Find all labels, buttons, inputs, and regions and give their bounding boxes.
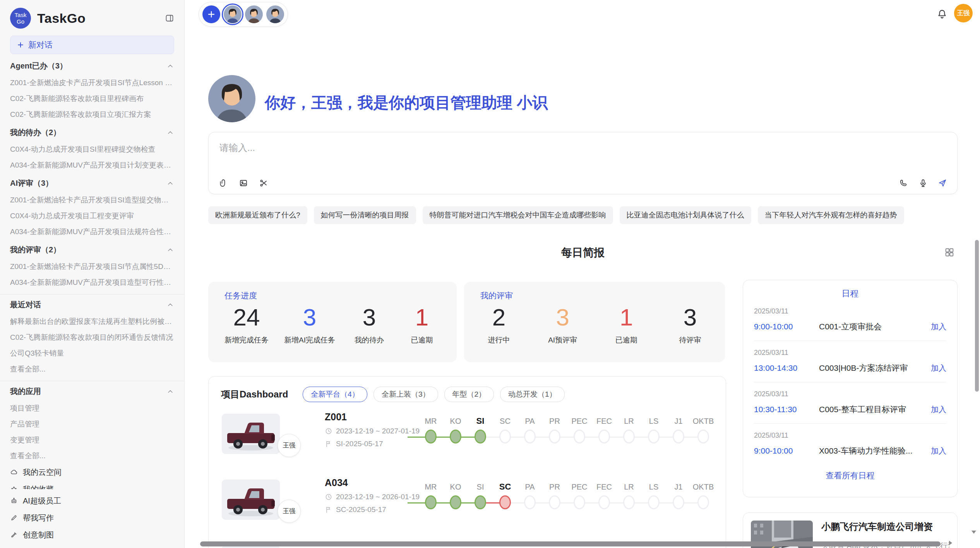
schedule-time: 10:30-11:30 [754,405,819,414]
image-icon[interactable] [239,178,248,188]
app-menu-item[interactable]: 变更管理 [10,432,174,448]
milestone-dot-mr[interactable] [425,430,437,444]
join-meeting-link[interactable]: 加入 [931,404,946,415]
join-meeting-link[interactable]: 加入 [931,322,946,332]
sidebar-section-header[interactable]: 我的评审（2） [10,241,174,259]
sidebar-item[interactable]: A034-全新新能源MUV产品开发项目法规符合性评审 [10,224,174,240]
new-chat-button[interactable]: 新对话 [10,36,174,54]
app-menu-item[interactable]: 查看全部... [10,448,174,464]
milestone-dot-oktb[interactable] [697,495,709,509]
milestone-dot-lr[interactable] [623,495,635,509]
sidebar-item[interactable]: C02-飞腾新能源轻客改款项目立项汇报方案 [10,106,174,122]
dashboard-tab[interactable]: 动总开发（1） [500,387,565,402]
sidebar-item[interactable]: Z001-全新燃油轻卡产品开发项目SI节点属性5D文件评审 [10,259,174,274]
join-meeting-link[interactable]: 加入 [931,363,946,373]
suggestion-chip[interactable]: 当下年轻人对汽车外观有怎样的喜好趋势 [758,206,904,224]
horizontal-scrollbar[interactable] [200,541,941,546]
phone-icon[interactable] [899,178,908,188]
milestone-dot-j1[interactable] [673,495,684,509]
vertical-scrollbar[interactable] [975,240,979,392]
recent-chat-item[interactable]: C02-飞腾新能源轻客改款项目的闭环通告反馈情况 [10,329,174,345]
sidebar-item[interactable]: Z001-全新燃油皮卡产品开发项目SI节点Lesson Learn报告 [10,75,174,91]
milestone-dot-si[interactable] [475,495,486,509]
milestone-dot-si[interactable] [475,430,486,444]
paperclip-icon[interactable] [219,178,228,188]
stat: 1已逾期 [608,302,645,345]
app-menu-item[interactable]: 产品管理 [10,416,174,432]
add-session-button[interactable] [202,5,220,23]
schedule-date: 2025/03/11 [754,432,946,440]
milestone-dot-fec[interactable] [598,430,610,444]
scroll-down-arrow-icon[interactable] [969,527,978,536]
grid-layout-icon[interactable] [944,247,955,258]
sidebar-footer-item[interactable]: 帮我写作 [10,509,174,526]
sidebar-item[interactable]: A034-全新新能源MUV产品开发项目造型可行性评审 [10,274,174,290]
session-avatar[interactable] [245,5,263,23]
recent-chat-item[interactable]: 查看全部... [10,361,174,377]
milestone-dot-ls[interactable] [648,430,660,444]
milestone-dot-j1[interactable] [673,430,684,444]
schedule-date: 2025/03/11 [754,307,946,315]
scroll-right-arrow-icon[interactable] [946,538,955,548]
suggestion-chip[interactable]: 如何写一份清晰的项目周报 [314,206,416,224]
suggestion-chip[interactable]: 特朗普可能对进口汽车增税会对中国车企造成哪些影响 [423,206,613,224]
sidebar-link-cloud[interactable]: 我的云空间 [10,464,174,481]
send-icon[interactable] [938,178,947,188]
join-meeting-link[interactable]: 加入 [931,446,946,456]
project-flag: SI-2025-05-17 [325,440,420,448]
milestone-dot-pec[interactable] [574,495,585,509]
project-code[interactable]: Z001 [325,411,420,423]
recent-chat-item[interactable]: 解释最新出台的欧盟报废车法规再生塑料比例被调至15%... [10,313,174,329]
milestone-dot-fec[interactable] [598,495,610,509]
collapse-sidebar-icon[interactable] [165,14,174,23]
sidebar-item[interactable]: C0X4-动力总成开发项目SI里程碑提交物检查 [10,141,174,157]
notification-bell-icon[interactable] [937,9,947,19]
dashboard-tab[interactable]: 全新平台（4） [303,387,367,402]
milestone-dot-pr[interactable] [549,430,560,444]
project-code[interactable]: A034 [325,477,420,488]
milestone-dot-sc[interactable] [499,495,511,509]
milestone-dot-pa[interactable] [524,495,536,509]
sidebar-item[interactable]: Z001-全新燃油轻卡产品开发项目SI造型提交物评审 [10,192,174,208]
suggestion-chip[interactable]: 比亚迪全固态电池计划具体说了什么 [620,206,751,224]
milestone-dot-ko[interactable] [450,430,461,444]
view-all-schedule-link[interactable]: 查看所有日程 [743,470,957,481]
sidebar-footer-item[interactable]: 创意制图 [10,526,174,543]
sidebar-item[interactable]: C0X4-动力总成开发项目工程变更评审 [10,208,174,224]
milestone-dot-mr[interactable] [425,495,437,509]
milestone-dot-oktb[interactable] [697,430,709,444]
session-avatar[interactable] [224,5,242,23]
sidebar-footer-item[interactable]: AI超级员工 [10,492,174,509]
sidebar-section-header[interactable]: Agent已办（3） [10,57,174,75]
dashboard-tab[interactable]: 全新上装（3） [373,387,438,402]
mic-icon[interactable] [918,178,928,188]
milestone-dot-pec[interactable] [574,430,585,444]
milestone-dot-ls[interactable] [648,495,660,509]
suggestion-chip[interactable]: 欧洲新规最近颁布了什么? [208,206,307,224]
star-icon [10,485,18,489]
stat: 2进行中 [480,302,517,345]
sidebar-link-favorites[interactable]: 我的收藏 [10,481,174,489]
stat-value: 1 [403,302,440,333]
divider [0,294,184,295]
sidebar-section-header[interactable]: AI评审（3） [10,175,174,192]
sidebar-item[interactable]: C02-飞腾新能源轻客改款项目里程碑画布 [10,91,174,106]
sidebar-section-header[interactable]: 我的待办（2） [10,124,174,141]
milestone-dot-pa[interactable] [524,430,536,444]
scissors-icon[interactable] [259,178,268,188]
milestone-dot-lr[interactable] [623,430,635,444]
chat-input[interactable] [213,137,953,159]
sidebar-section-header[interactable]: 最近对话 [10,296,174,313]
milestone-dot-sc[interactable] [499,430,511,444]
sidebar-section-header[interactable]: 我的应用 [10,383,174,400]
stat: 3新增AI完成任务 [284,302,335,345]
milestone-label: PR [542,480,567,493]
dashboard-tab[interactable]: 年型（2） [444,387,494,402]
sidebar-item[interactable]: A034-全新新能源MUV产品开发项目计划变更表编写 [10,157,174,173]
milestone-dot-ko[interactable] [450,495,461,509]
session-avatar[interactable] [266,5,284,23]
app-menu-item[interactable]: 项目管理 [10,400,174,416]
recent-chat-item[interactable]: 公司Q3轻卡销量 [10,345,174,361]
user-avatar[interactable]: 王强 [954,4,973,22]
milestone-dot-pr[interactable] [549,495,560,509]
